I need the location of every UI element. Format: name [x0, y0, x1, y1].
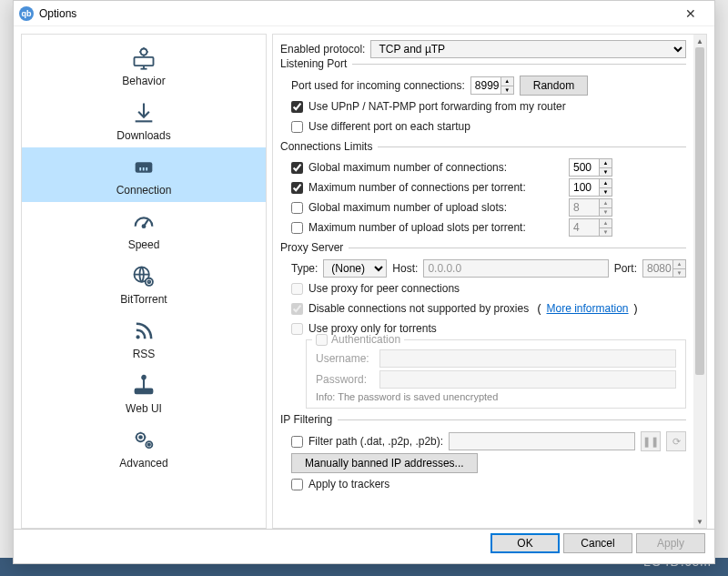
sidebar-item-advanced[interactable]: Advanced — [22, 420, 266, 475]
max-conn-per-torrent-checkbox[interactable] — [291, 182, 303, 194]
auth-username-input — [379, 349, 676, 368]
apply-trackers-label: Apply to trackers — [308, 478, 389, 490]
banned-ips-button[interactable]: Manually banned IP addresses... — [291, 453, 478, 473]
sidebar-item-speed[interactable]: Speed — [22, 202, 266, 257]
sidebar-item-webui[interactable]: Web UI — [22, 366, 266, 420]
download-icon — [129, 98, 158, 127]
listening-port-group: Listening Port Port used for incoming co… — [280, 64, 686, 141]
ok-button[interactable]: OK — [490, 533, 560, 553]
auth-password-label: Password: — [316, 373, 374, 386]
scroll-up-icon[interactable]: ▲ — [693, 35, 706, 47]
svg-point-20 — [148, 444, 150, 446]
settings-panel: Enabled protocol: TCP and µTP Listening … — [273, 35, 693, 528]
pause-icon: ❚❚ — [641, 431, 661, 451]
port-spinner[interactable]: ▲▼ — [470, 76, 514, 95]
authentication-group: Authentication Username: Password: Info:… — [306, 339, 686, 409]
max-upload-per-torrent-label: Maximum number of upload slots per torre… — [308, 221, 563, 234]
upnp-label: Use UPnP / NAT-PMP port forwarding from … — [308, 100, 566, 113]
sidebar: Behavior Downloads Connection Speed — [21, 34, 267, 529]
auth-username-label: Username: — [316, 352, 374, 365]
svg-point-13 — [136, 335, 139, 339]
connections-limits-group: Connections Limits Global maximum number… — [280, 147, 686, 242]
svg-rect-7 — [146, 167, 147, 171]
group-title: IP Filtering — [280, 413, 338, 426]
vertical-scrollbar[interactable]: ▲ ▼ — [693, 35, 706, 528]
more-information-link[interactable]: More information — [547, 302, 629, 315]
proxy-only-torrents-checkbox — [291, 323, 303, 335]
proxy-type-select[interactable]: (None) — [323, 259, 387, 278]
sidebar-label: Advanced — [119, 457, 167, 470]
proxy-disable-nonproxy-label: Disable connections not supported by pro… — [308, 302, 529, 315]
global-max-upload-label: Global maximum number of upload slots: — [308, 201, 563, 214]
proxy-port-label: Port: — [614, 262, 637, 275]
sidebar-item-rss[interactable]: RSS — [22, 311, 266, 366]
gear-monitor-icon — [129, 44, 158, 73]
cancel-button[interactable]: Cancel — [563, 533, 632, 553]
auth-checkbox — [316, 334, 328, 346]
filter-path-input — [449, 432, 635, 450]
sidebar-label: Web UI — [126, 402, 162, 415]
proxy-server-group: Proxy Server Type: (None) Host: Port: ▲▼ — [280, 248, 686, 414]
proxy-peer-label: Use proxy for peer connections — [308, 282, 460, 295]
scroll-thumb[interactable] — [695, 47, 704, 375]
svg-rect-14 — [136, 389, 153, 394]
enabled-protocol-label: Enabled protocol: — [280, 43, 365, 56]
max-upload-per-torrent-checkbox[interactable] — [291, 222, 303, 234]
random-port-button[interactable]: Random — [520, 76, 588, 96]
global-max-conn-label: Global maximum number of connections: — [308, 161, 563, 174]
spin-up-icon[interactable]: ▲ — [500, 77, 513, 86]
global-max-conn-spinner[interactable]: ▲▼ — [569, 158, 612, 177]
proxy-host-input — [423, 259, 608, 278]
sidebar-item-connection[interactable]: Connection — [22, 147, 266, 202]
upnp-checkbox[interactable] — [291, 101, 303, 113]
auth-title: Authentication — [331, 333, 400, 346]
different-port-checkbox[interactable] — [291, 121, 303, 133]
close-button[interactable]: ✕ — [672, 3, 709, 25]
svg-point-11 — [146, 278, 153, 286]
global-max-conn-checkbox[interactable] — [291, 162, 303, 174]
titlebar: qb Options ✕ — [14, 1, 714, 26]
router-icon — [129, 371, 158, 400]
different-port-label: Use different port on each startup — [308, 120, 470, 133]
app-icon: qb — [19, 6, 34, 21]
sidebar-item-bittorrent[interactable]: BitTorrent — [22, 257, 266, 311]
global-max-upload-spinner: ▲▼ — [569, 198, 612, 217]
spin-down-icon[interactable]: ▼ — [500, 86, 513, 95]
apply-trackers-checkbox[interactable] — [291, 479, 303, 490]
gears-icon — [129, 426, 158, 455]
ip-filtering-group: IP Filtering Filter path (.dat, .p2p, .p… — [280, 419, 686, 499]
sidebar-label: BitTorrent — [120, 293, 167, 306]
dialog-footer: OK Cancel Apply — [14, 529, 714, 556]
apply-button[interactable]: Apply — [636, 533, 705, 553]
scroll-down-icon[interactable]: ▼ — [693, 515, 706, 528]
options-window: qb Options ✕ Behavior Downloads — [13, 0, 715, 564]
filter-path-checkbox[interactable] — [291, 436, 303, 448]
window-title: Options — [39, 7, 672, 20]
port-label: Port used for incoming connections: — [291, 79, 465, 92]
group-title: Proxy Server — [280, 241, 349, 254]
gauge-icon — [129, 207, 158, 237]
enabled-protocol-select[interactable]: TCP and µTP — [370, 40, 686, 58]
refresh-icon: ⟳ — [666, 431, 686, 451]
svg-rect-5 — [139, 167, 141, 171]
svg-rect-0 — [135, 57, 154, 66]
svg-rect-6 — [143, 167, 145, 171]
rss-icon — [129, 317, 158, 346]
global-max-upload-checkbox[interactable] — [291, 202, 303, 214]
globe-gear-icon — [129, 262, 158, 291]
proxy-disable-nonproxy-checkbox — [291, 303, 303, 315]
sidebar-label: Speed — [128, 238, 160, 251]
auth-info-text: Info: The password is saved unencrypted — [316, 391, 676, 402]
proxy-host-label: Host: — [392, 262, 418, 275]
auth-password-input — [379, 370, 676, 389]
sidebar-label: Behavior — [122, 75, 165, 87]
svg-point-16 — [142, 376, 146, 379]
group-title: Listening Port — [280, 57, 352, 70]
max-conn-per-torrent-spinner[interactable]: ▲▼ — [569, 178, 612, 197]
proxy-peer-checkbox — [291, 283, 303, 295]
filter-path-label: Filter path (.dat, .p2p, .p2b): — [308, 435, 443, 448]
sidebar-item-downloads[interactable]: Downloads — [22, 93, 266, 147]
svg-point-18 — [139, 436, 142, 439]
sidebar-item-behavior[interactable]: Behavior — [22, 38, 266, 93]
network-icon — [129, 153, 158, 182]
